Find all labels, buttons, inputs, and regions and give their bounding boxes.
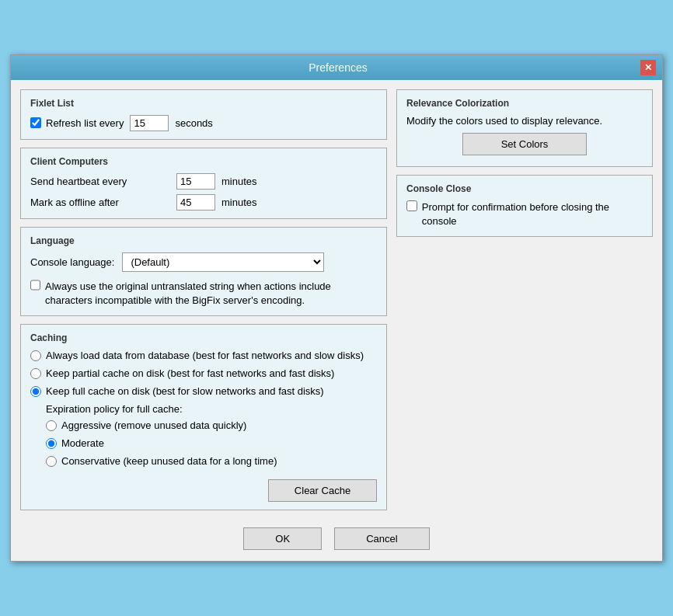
offline-unit: minutes <box>221 197 257 208</box>
expiration-box: Expiration policy for full cache: Aggres… <box>46 403 377 467</box>
exp-option2-radio[interactable] <box>46 438 57 449</box>
set-colors-button[interactable]: Set Colors <box>462 133 587 155</box>
refresh-label-text: Refresh list every <box>46 117 124 129</box>
console-language-label: Console language: <box>30 256 114 268</box>
console-close-label: Console Close <box>406 183 643 194</box>
fixlet-refresh-row: Refresh list every 15 seconds <box>30 115 377 131</box>
fixlet-list-label: Fixlet List <box>30 98 377 109</box>
language-select[interactable]: (Default) <box>122 252 324 272</box>
cancel-button[interactable]: Cancel <box>334 527 429 550</box>
offline-input[interactable] <box>176 194 215 211</box>
console-close-section: Console Close Prompt for confirmation be… <box>396 175 653 237</box>
cache-option2-label: Keep partial cache on disk (best for fas… <box>46 367 334 379</box>
dialog-body: Fixlet List Refresh list every 15 second… <box>11 80 662 520</box>
language-section: Language Console language: (Default) Alw… <box>20 227 387 316</box>
exp-option1-row: Aggressive (remove unused data quickly) <box>46 419 377 431</box>
exp-option3-row: Conservative (keep unused data for a lon… <box>46 455 377 467</box>
offline-label: Mark as offline after <box>30 197 170 208</box>
cache-option3-radio[interactable] <box>30 386 41 397</box>
cache-option3-row: Keep full cache on disk (best for slow n… <box>30 385 377 397</box>
title-bar: Preferences ✕ <box>11 55 662 80</box>
heartbeat-input[interactable] <box>176 173 215 190</box>
heartbeat-label: Send heartbeat every <box>30 176 170 187</box>
refresh-value-input[interactable]: 15 <box>130 115 169 131</box>
client-computers-section: Client Computers Send heartbeat every mi… <box>20 148 387 219</box>
exp-option3-radio[interactable] <box>46 456 57 467</box>
always-use-text: Always use the original untranslated str… <box>45 280 377 308</box>
dialog-footer: OK Cancel <box>11 520 662 561</box>
right-panel: Relevance Colorization Modify the colors… <box>396 89 653 510</box>
relevance-section: Relevance Colorization Modify the colors… <box>396 89 653 167</box>
always-use-row: Always use the original untranslated str… <box>30 280 377 308</box>
console-close-text: Prompt for confirmation before closing t… <box>422 200 643 228</box>
relevance-description: Modify the colors used to display releva… <box>406 115 643 127</box>
console-close-checkbox[interactable] <box>406 200 417 211</box>
close-button[interactable]: ✕ <box>640 60 656 75</box>
offline-row: Mark as offline after minutes <box>30 194 377 211</box>
always-use-checkbox[interactable] <box>30 280 40 291</box>
caching-label: Caching <box>30 332 377 343</box>
cache-option1-row: Always load data from database (best for… <box>30 350 377 361</box>
client-computers-label: Client Computers <box>30 156 377 167</box>
caching-section: Caching Always load data from database (… <box>20 324 387 510</box>
cache-option2-row: Keep partial cache on disk (best for fas… <box>30 367 377 379</box>
dialog-title: Preferences <box>36 61 640 74</box>
console-close-row: Prompt for confirmation before closing t… <box>406 200 643 228</box>
relevance-label: Relevance Colorization <box>406 98 643 109</box>
cache-option1-label: Always load data from database (best for… <box>46 350 364 361</box>
console-language-row: Console language: (Default) <box>30 252 377 272</box>
refresh-unit: seconds <box>175 117 212 129</box>
clear-cache-button[interactable]: Clear Cache <box>268 479 377 502</box>
expiration-label: Expiration policy for full cache: <box>46 403 377 415</box>
cache-option2-radio[interactable] <box>30 368 41 379</box>
exp-option2-label: Moderate <box>61 437 104 449</box>
exp-option3-label: Conservative (keep unused data for a lon… <box>61 455 277 467</box>
left-panel: Fixlet List Refresh list every 15 second… <box>20 89 387 510</box>
cache-option1-radio[interactable] <box>30 350 41 361</box>
exp-option2-row: Moderate <box>46 437 377 449</box>
heartbeat-unit: minutes <box>221 176 257 187</box>
language-label: Language <box>30 235 377 246</box>
ok-button[interactable]: OK <box>243 527 322 550</box>
fixlet-list-section: Fixlet List Refresh list every 15 second… <box>20 89 387 140</box>
preferences-dialog: Preferences ✕ Fixlet List Refresh list e… <box>10 54 663 562</box>
exp-option1-radio[interactable] <box>46 420 57 431</box>
refresh-checkbox[interactable] <box>30 117 41 128</box>
heartbeat-row: Send heartbeat every minutes <box>30 173 377 190</box>
cache-option3-label: Keep full cache on disk (best for slow n… <box>46 385 324 397</box>
exp-option1-label: Aggressive (remove unused data quickly) <box>61 419 246 431</box>
refresh-checkbox-label[interactable]: Refresh list every <box>30 117 124 129</box>
